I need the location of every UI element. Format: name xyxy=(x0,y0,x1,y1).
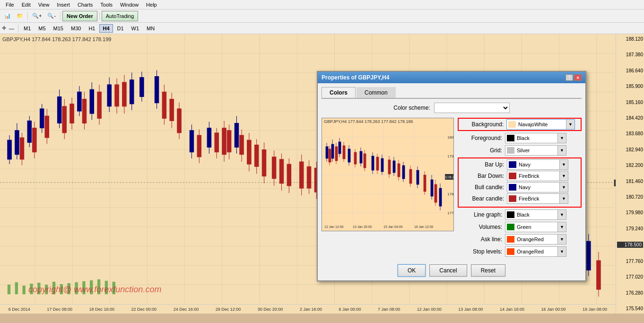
price-180: 180.720 xyxy=(617,194,643,200)
svg-rect-217 xyxy=(354,152,357,164)
svg-text:180.320: 180.320 xyxy=(447,135,454,140)
bull-candle-select[interactable]: Navy ▼ xyxy=(507,182,568,192)
background-select[interactable]: NavajoWhite ▼ xyxy=(506,119,575,130)
foreground-control: Black ▼ xyxy=(505,133,582,143)
line-icon: — xyxy=(9,26,16,31)
svg-text:16 Jan 12:00: 16 Jan 12:00 xyxy=(414,225,434,228)
dialog-controls: ? ✕ xyxy=(566,74,582,81)
bar-down-name: FireBrick xyxy=(518,173,559,179)
price-181: 181.460 xyxy=(617,179,643,184)
bear-candle-select[interactable]: FireBrick ▼ xyxy=(507,193,568,204)
volumes-dropdown-arrow[interactable]: ▼ xyxy=(557,222,566,232)
tab-colors[interactable]: Colors xyxy=(322,87,356,98)
svg-text:179.540: 179.540 xyxy=(447,154,454,158)
tf-mn[interactable]: MN xyxy=(143,24,158,33)
foreground-name: Black xyxy=(516,135,557,141)
tf-m30[interactable]: M30 xyxy=(68,24,84,33)
autotrading-button[interactable]: AutoTrading xyxy=(102,11,139,21)
volumes-select[interactable]: Green ▼ xyxy=(505,222,566,232)
svg-text:178.020: 178.020 xyxy=(447,192,454,196)
bar-up-name: Navy xyxy=(518,162,559,167)
time-3: 18 Dec 16:00 xyxy=(89,307,114,312)
bull-candle-dropdown-arrow[interactable]: ▼ xyxy=(559,183,568,192)
background-row: Background: NavajoWhite ▼ xyxy=(458,118,582,131)
ok-button[interactable]: OK xyxy=(398,264,426,277)
background-dropdown-arrow[interactable]: ▼ xyxy=(566,120,574,129)
line-graph-control: Black ▼ xyxy=(505,210,582,220)
grid-name: Silver xyxy=(516,148,557,153)
zoom-out-btn[interactable]: 🔍- xyxy=(45,11,58,21)
reset-button[interactable]: Reset xyxy=(471,264,505,277)
menu-insert[interactable]: Insert xyxy=(53,1,74,9)
bar-up-select[interactable]: Navy ▼ xyxy=(507,159,568,170)
zoom-in-btn[interactable]: 🔍+ xyxy=(30,11,44,21)
stop-levels-dropdown-arrow[interactable]: ▼ xyxy=(557,247,566,256)
ask-line-dropdown-arrow[interactable]: ▼ xyxy=(557,235,566,244)
menu-window[interactable]: Window xyxy=(116,1,142,9)
dialog-body: Colors Common Color scheme: GBPJPY,H4 17… xyxy=(318,83,585,280)
bear-candle-dropdown-arrow[interactable]: ▼ xyxy=(559,194,568,203)
tf-w1[interactable]: W1 xyxy=(128,24,143,33)
price-176: 176.280 xyxy=(617,290,643,296)
tf-m1[interactable]: M1 xyxy=(20,24,34,33)
line-graph-select[interactable]: Black ▼ xyxy=(505,210,566,220)
bear-candle-name: FireBrick xyxy=(518,196,559,201)
new-chart-btn[interactable]: 📊 xyxy=(2,11,13,21)
copyright-text: copyright@ www.forexfunction.com xyxy=(28,285,161,295)
menu-edit[interactable]: Edit xyxy=(18,1,35,9)
foreground-select[interactable]: Black ▼ xyxy=(505,133,566,143)
bar-down-select[interactable]: FireBrick ▼ xyxy=(507,171,568,181)
grid-row: Grid: Silver ▼ xyxy=(458,145,582,156)
svg-rect-231 xyxy=(435,184,437,202)
time-6: 29 Dec 12:00 xyxy=(216,307,241,312)
crosshair-icon: ✛ xyxy=(2,25,8,31)
bar-up-dropdown-arrow[interactable]: ▼ xyxy=(559,160,568,169)
svg-text:15 Jan 04:00: 15 Jan 04:00 xyxy=(383,225,403,228)
menu-help[interactable]: Help xyxy=(142,1,161,9)
properties-dialog: Properties of GBPJPY,H4 ? ✕ Colors Commo… xyxy=(317,71,586,281)
cancel-button[interactable]: Cancel xyxy=(429,264,467,277)
tab-common[interactable]: Common xyxy=(357,87,396,98)
tf-d1[interactable]: D1 xyxy=(114,24,127,33)
foreground-swatch xyxy=(507,135,514,141)
price-187: 187.380 xyxy=(617,52,643,57)
svg-rect-178 xyxy=(322,118,454,231)
open-btn[interactable]: 📁 xyxy=(14,11,26,21)
svg-rect-221 xyxy=(376,157,379,170)
grid-dropdown-arrow[interactable]: ▼ xyxy=(557,146,566,155)
ask-line-select[interactable]: OrangeRed ▼ xyxy=(505,234,566,244)
tf-m15[interactable]: M15 xyxy=(50,24,67,33)
toolbar: 📊 📁 🔍+ 🔍- New Order AutoTrading xyxy=(0,9,644,23)
dialog-help-btn[interactable]: ? xyxy=(566,74,573,81)
menu-charts[interactable]: Charts xyxy=(74,1,96,9)
grid-select[interactable]: Silver ▼ xyxy=(505,145,566,156)
volumes-row: Volumes: Green ▼ xyxy=(458,222,582,232)
tf-m5[interactable]: M5 xyxy=(35,24,49,33)
menu-tools[interactable]: Tools xyxy=(96,1,116,9)
price-177-7: 177.760 xyxy=(617,259,643,264)
foreground-dropdown-arrow[interactable]: ▼ xyxy=(557,133,566,143)
ask-line-label: Ask line: xyxy=(458,236,505,243)
dialog-close-btn[interactable]: ✕ xyxy=(574,74,582,81)
price-179-2: 179.240 xyxy=(617,226,643,231)
separator-1 xyxy=(27,12,28,20)
background-control: NavajoWhite ▼ xyxy=(506,119,580,130)
menu-view[interactable]: View xyxy=(35,1,53,9)
volumes-name: Green xyxy=(516,224,557,230)
color-scheme-select[interactable] xyxy=(434,103,510,113)
menu-file[interactable]: File xyxy=(2,1,18,9)
time-12: 13 Jan 08:00 xyxy=(458,307,483,312)
time-8: 2 Jan 16:00 xyxy=(300,307,322,312)
tf-h1[interactable]: H1 xyxy=(85,24,98,33)
svg-rect-227 xyxy=(409,169,412,183)
bull-candle-row: Bull candle: Navy ▼ xyxy=(460,182,580,192)
bar-down-dropdown-arrow[interactable]: ▼ xyxy=(559,171,568,181)
line-graph-dropdown-arrow[interactable]: ▼ xyxy=(557,210,566,219)
stop-levels-select[interactable]: OrangeRed ▼ xyxy=(505,246,566,257)
new-order-button[interactable]: New Order xyxy=(62,11,97,21)
tf-h4[interactable]: H4 xyxy=(99,24,113,33)
line-graph-swatch xyxy=(507,211,514,218)
grid-swatch xyxy=(507,147,514,154)
time-15: 19 Jan 08:00 xyxy=(583,307,607,312)
background-swatch xyxy=(508,121,516,128)
